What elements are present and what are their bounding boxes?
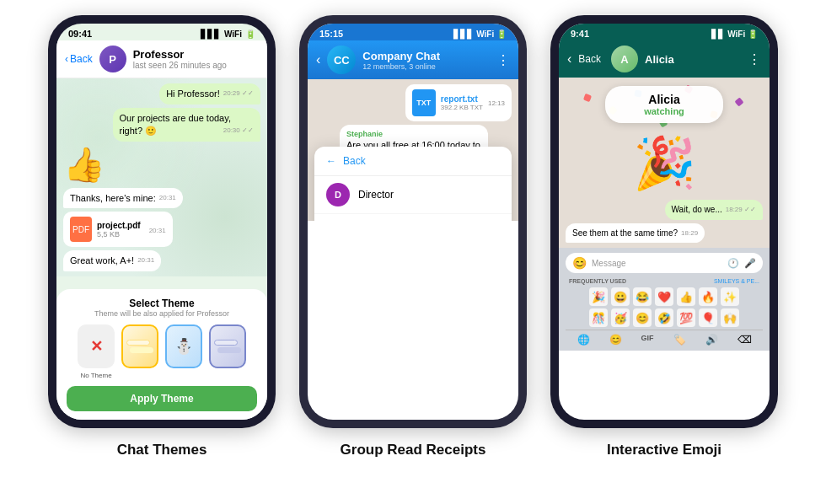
time-3: 9:41 — [571, 29, 589, 39]
emoji-kb-sparkle[interactable]: ✨ — [721, 287, 739, 306]
emoji-row-1: 🎉 😀 😂 ❤️ 👍 🔥 ✨ — [566, 287, 763, 306]
confetti-1 — [583, 94, 592, 102]
emoji-icon-kb[interactable]: 😊 — [609, 334, 622, 346]
emoji-row-2: 🎊 🥳 😊 🤣 💯 🎈 🙌 — [566, 308, 763, 327]
label-chat-themes: Chat Themes — [117, 442, 207, 458]
delete-icon[interactable]: ⌫ — [738, 334, 752, 346]
emoji-kb-heart[interactable]: ❤️ — [655, 287, 673, 306]
emoji-kb-party[interactable]: 🥳 — [611, 308, 630, 327]
tg-more-icon[interactable]: ⋮ — [496, 52, 510, 68]
emoji-input-icon[interactable]: 😊 — [572, 256, 587, 270]
msg-text-1: Hi Professor! — [166, 88, 220, 99]
emoji-kb-hundred[interactable]: 💯 — [677, 308, 695, 327]
theme-swatch-snowman: ⛄ — [165, 324, 202, 368]
emoji-kb-fire[interactable]: 🔥 — [699, 287, 717, 306]
globe-icon[interactable]: 🌐 — [577, 334, 590, 346]
emoji-kb-smile2[interactable]: 😊 — [633, 308, 652, 327]
file-icon-1: PDF — [70, 217, 92, 242]
wa-header-info: Alicia — [645, 53, 741, 66]
smileys-label: SMILEYS & PE... — [714, 278, 759, 284]
emoji-kb-thumbs[interactable]: 👍 — [677, 287, 695, 306]
tg-header-info: Company Chat 12 members, 3 online — [362, 50, 490, 71]
phone-frame-2: 15:15 ▋▋▋ WiFi 🔋 ‹ CC Company Chat 12 me… — [299, 15, 527, 428]
professor-avatar: P — [99, 46, 126, 72]
emoji-kb-confetti[interactable]: 🎉 — [589, 287, 608, 306]
phones-container: 09:41 ▋▋▋ WiFi 🔋 ‹ Back P Professor — [31, 0, 795, 504]
emoji-kb-smile[interactable]: 😀 — [611, 287, 630, 306]
msg-text-3: Thanks, here's mine: — [70, 193, 156, 203]
popup-back-btn[interactable]: ← Back — [314, 147, 512, 176]
blue-file-icon: TXT — [412, 89, 436, 116]
chat-area-1: Hi Professor! 20:29 ✓✓ Our projects are … — [56, 78, 267, 276]
signal-icon-2: ▋▋▋ WiFi 🔋 — [453, 29, 507, 39]
label-interactive-emoji: Interactive Emoji — [607, 442, 721, 458]
wifi-icon: WiFi — [224, 29, 242, 39]
msg-4: Great work, A+! 20:31 — [63, 250, 161, 271]
msg-input-placeholder[interactable]: Message — [592, 259, 722, 268]
header-info-1: Professor last seen 26 minutes ago — [133, 48, 227, 70]
sound-icon[interactable]: 🔊 — [705, 334, 718, 346]
apply-theme-button[interactable]: Apply Theme — [67, 386, 257, 411]
msg-text-2: Our projects are due today, right? 🙂 — [120, 113, 231, 136]
phone-screen-2: 15:15 ▋▋▋ WiFi 🔋 ‹ CC Company Chat 12 me… — [308, 24, 518, 420]
tg-back-icon[interactable]: ‹ — [316, 52, 320, 67]
status-icons-1: ▋▋▋ WiFi 🔋 — [201, 29, 255, 39]
file-name-1: project.pdf — [97, 221, 141, 230]
wa-back-icon[interactable]: ‹ — [567, 51, 571, 67]
no-theme-label: No Theme — [80, 372, 111, 379]
director-avatar: D — [326, 183, 350, 206]
popup-user-thomas[interactable]: T Thomas — [314, 214, 512, 221]
status-bar-3: 9:41 ▋▋ WiFi 🔋 — [559, 24, 770, 40]
theme-swatch-blue — [209, 324, 246, 368]
chat-area-3: Alicia watching 🎉 — [559, 78, 770, 248]
signal-icon: ▋▋▋ — [201, 29, 221, 39]
popup-user-director[interactable]: D Director — [314, 176, 512, 214]
status-bar-1: 09:41 ▋▋▋ WiFi 🔋 — [56, 24, 267, 40]
file-info-1: project.pdf 5,5 KB — [97, 221, 141, 239]
file-info-2: report.txt 392.2 KB TXT — [441, 94, 483, 111]
emoji-kb-balloons[interactable]: 🎈 — [699, 308, 717, 327]
file-name-2: report.txt — [441, 94, 483, 104]
group-avatar: CC — [327, 46, 356, 74]
tg-group-sub: 12 members, 3 online — [362, 62, 490, 71]
phone-screen-3: 9:41 ▋▋ WiFi 🔋 ‹ Back A Alicia ⋮ — [559, 24, 770, 420]
emoji-popup: Alicia watching — [605, 86, 723, 123]
theme-option-snowman[interactable]: ⛄ — [165, 324, 202, 368]
stephanie-sender: Stephanie — [346, 129, 481, 139]
popup-back-label: Back — [343, 155, 366, 167]
msg-time-4: 20:31 — [137, 256, 154, 265]
tg-header: ‹ CC Company Chat 12 members, 3 online ⋮ — [308, 40, 518, 79]
keyboard-area: 😊 Message 🕐 🎤 FREQUENTLY USED SMILEYS & … — [559, 248, 770, 351]
back-label-1: Back — [70, 53, 93, 65]
phone-frame-1: 09:41 ▋▋▋ WiFi 🔋 ‹ Back P Professor — [48, 15, 276, 428]
clock-icon: 🕐 — [727, 258, 739, 269]
theme-option-yellow[interactable] — [121, 324, 158, 368]
wa-more-icon[interactable]: ⋮ — [748, 51, 761, 67]
mic-icon[interactable]: 🎤 — [744, 258, 756, 269]
theme-option-blue[interactable] — [209, 324, 246, 368]
emoji-kb-laugh[interactable]: 😂 — [633, 287, 652, 306]
theme-option-none[interactable]: ✕ No Theme — [78, 324, 115, 379]
signal-icon-3: ▋▋ WiFi 🔋 — [711, 29, 758, 39]
emoji-popup-name: Alicia — [619, 93, 710, 106]
swatch-bubble-2 — [130, 347, 153, 353]
file-msg-1: PDF project.pdf 5,5 KB 20:31 — [63, 212, 173, 247]
file-size-2: 392.2 KB TXT — [441, 104, 483, 111]
emoji-kb-rofl[interactable]: 🤣 — [655, 308, 673, 327]
read-receipts-popup: ← Back D Director T Thomas M — [314, 147, 512, 221]
msg-wa-text-2: See them at the same time? — [572, 228, 678, 238]
emoji-kb-balloon[interactable]: 🎊 — [589, 308, 608, 327]
emoji-popup-status: watching — [619, 106, 710, 116]
time-2: 15:15 — [319, 29, 343, 39]
wa-back-label: Back — [578, 53, 601, 65]
gif-icon[interactable]: GIF — [641, 334, 654, 346]
tg-group-title: Company Chat — [362, 50, 490, 62]
theme-swatch-yellow — [121, 324, 158, 368]
emoji-thumbsup: 👍 — [63, 145, 105, 185]
time-1: 09:41 — [68, 29, 92, 39]
emoji-kb-header: FREQUENTLY USED SMILEYS & PE... — [566, 276, 763, 286]
back-button-1[interactable]: ‹ Back — [65, 53, 93, 65]
wa-contact-name: Alicia — [645, 53, 741, 66]
sticker-icon[interactable]: 🏷️ — [673, 334, 686, 346]
emoji-kb-clap[interactable]: 🙌 — [721, 308, 739, 327]
